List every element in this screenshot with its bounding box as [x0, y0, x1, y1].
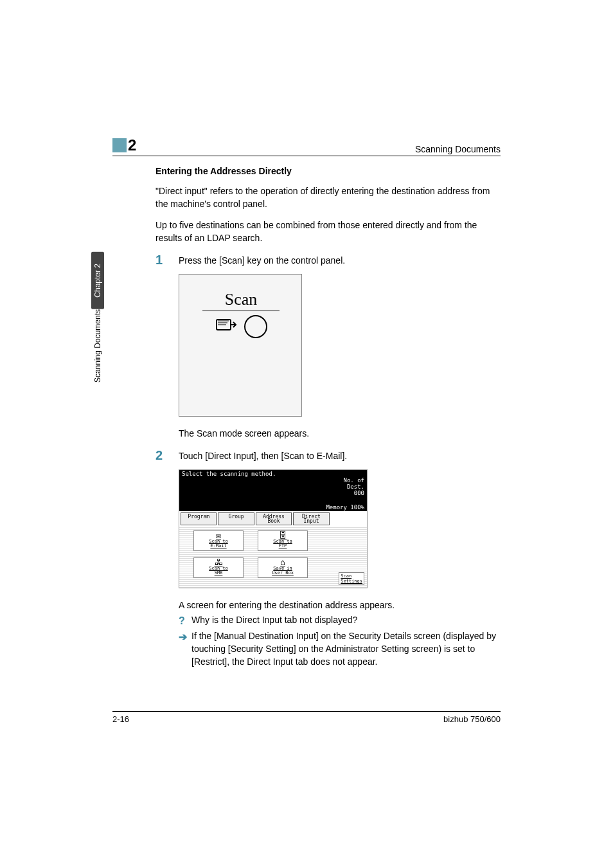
step-1: 1 Press the [Scan] key on the control pa…	[155, 253, 501, 267]
touchscreen-mock: Select the scanning method. No. of Dest.…	[179, 469, 368, 588]
step-text-2: Touch [Direct Input], then [Scan to E-Ma…	[179, 449, 347, 463]
memory-label: Memory	[326, 504, 347, 511]
btn-scan-to-ftp[interactable]: 🗄Scan to FTP	[258, 530, 308, 551]
chapter-number: 2	[128, 136, 136, 154]
header-section-title: Scanning Documents	[415, 144, 501, 154]
answer-text: If the [Manual Destination Input] on the…	[191, 629, 501, 669]
screen-title-bar: Select the scanning method. No. of Dest.…	[179, 470, 367, 503]
subsection-heading: Entering the Addresses Directly	[155, 166, 501, 176]
scan-button-circle	[244, 315, 267, 338]
figure-screen: Select the scanning method. No. of Dest.…	[179, 469, 501, 588]
btn-scan-settings[interactable]: Scan Settings	[339, 572, 364, 585]
screen-tabs: Program Group Address Book Direct Input	[179, 511, 367, 527]
figure-scan-panel: Scan	[179, 274, 501, 417]
side-tab-chapter: Chapter 2	[91, 252, 104, 309]
scan-key-graphic: Scan	[202, 290, 280, 361]
chapter-color-block	[112, 138, 127, 152]
question-row: ? Why is the Direct Input tab not displa…	[179, 613, 501, 628]
dest-label: No. of Dest.	[343, 477, 364, 490]
page-header: 2 Scanning Documents	[112, 136, 501, 156]
step-2: 2 Touch [Direct Input], then [Scan to E-…	[155, 449, 501, 463]
screen-memory-bar: Memory 100%	[179, 503, 367, 511]
figure-box: Scan	[179, 274, 302, 417]
screen-body: ✉Scan to E-Mail 🗄Scan to FTP 🖧Scan to SM…	[179, 527, 367, 588]
tab-program[interactable]: Program	[181, 512, 217, 525]
model-name: bizhub 750/600	[443, 714, 501, 724]
dest-count: 000	[354, 490, 364, 496]
side-tab-section: Scanning Documents	[93, 309, 102, 395]
btn-scan-to-smb[interactable]: 🖧Scan to SMB	[193, 557, 244, 578]
btn-save-user-box[interactable]: ⌂Save in User Box	[258, 557, 308, 578]
paragraph-1: "Direct input" refers to the operation o…	[155, 185, 501, 210]
step-text-1: Press the [Scan] key on the control pane…	[179, 253, 345, 267]
after-step2-line1: A screen for entering the destination ad…	[179, 599, 501, 611]
after-step2-text: A screen for entering the destination ad…	[179, 599, 501, 668]
step-number-2: 2	[155, 449, 179, 462]
answer-row: ➔ If the [Manual Destination Input] on t…	[179, 629, 501, 669]
tab-group[interactable]: Group	[218, 512, 254, 525]
content-column: Entering the Addresses Directly "Direct …	[155, 166, 501, 669]
after-step1-text: The Scan mode screen appears.	[179, 427, 501, 440]
step-number-1: 1	[155, 253, 179, 266]
chapter-indicator: 2	[112, 136, 136, 154]
memory-value: 100%	[350, 504, 364, 511]
screen-title: Select the scanning method.	[182, 471, 276, 503]
page-number: 2-16	[112, 714, 129, 724]
btn-scan-to-email[interactable]: ✉Scan to E-Mail	[193, 530, 244, 551]
question-mark-icon: ?	[179, 613, 191, 628]
scan-icon	[215, 316, 238, 338]
question-text: Why is the Direct Input tab not displaye…	[191, 613, 357, 626]
paragraph-2: Up to five destinations can be combined …	[155, 219, 501, 244]
scan-key-label: Scan	[202, 290, 280, 311]
side-tab: Chapter 2 Scanning Documents	[90, 203, 105, 395]
page-footer: 2-16 bizhub 750/600	[112, 711, 501, 724]
arrow-icon: ➔	[179, 629, 191, 644]
tab-direct-input[interactable]: Direct Input	[293, 512, 329, 525]
tab-address-book[interactable]: Address Book	[256, 512, 292, 525]
